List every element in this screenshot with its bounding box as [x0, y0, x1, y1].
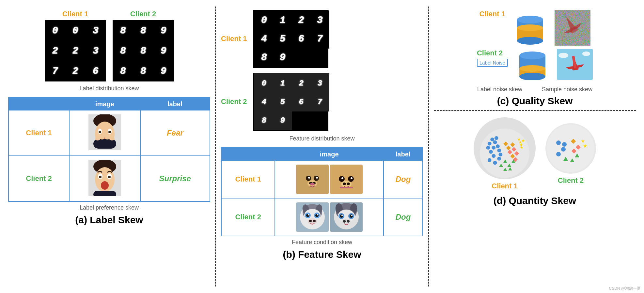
noisy-airplane-icon [555, 10, 590, 46]
quality-client2-row: Client 2 Label Noise [434, 49, 636, 80]
face-fear-icon [88, 114, 121, 150]
quantity-skew-title: (d) Quantity Skew [494, 195, 576, 206]
svg-point-105 [492, 154, 495, 158]
panel-a-row1-client-label: Client 1 [26, 129, 52, 137]
dog-husky2-icon [330, 202, 363, 232]
svg-point-6 [108, 131, 111, 133]
airplane-clear-icon [557, 49, 593, 80]
panel-a-col0-header [8, 97, 69, 110]
digit-cell: 0 [254, 73, 274, 93]
digit-cell: 1 [273, 73, 292, 93]
table-row: Client 2 [8, 156, 210, 201]
digit-cell: 9 [154, 61, 173, 81]
digit-cell: 1 [273, 10, 292, 30]
main-container: Client 1 0 0 3 2 2 3 7 2 6 Client 2 8 8 [0, 0, 644, 293]
svg-point-103 [493, 140, 497, 144]
quantity-client1-group: ★ ★ ★ ★ ★ Client 1 [474, 117, 536, 190]
digit-cell: 7 [310, 29, 329, 49]
panel-a-row2-label: Surprise [140, 156, 210, 201]
digit-cell: 9 [154, 21, 173, 40]
panel-b-row2-client-label: Client 2 [235, 213, 261, 221]
quality-captions: Label noise skew Sample noise skew [434, 84, 636, 93]
svg-point-60 [313, 220, 316, 222]
digit-cell: 3 [310, 73, 329, 93]
svg-point-59 [309, 220, 312, 222]
svg-point-28 [308, 177, 310, 179]
svg-point-112 [490, 138, 494, 141]
digit-cell: 3 [86, 41, 105, 61]
quantity-scatter-large-icon: ★ ★ ★ ★ ★ [479, 122, 531, 179]
digit-cell: 3 [310, 10, 329, 30]
svg-point-4 [99, 131, 101, 133]
svg-point-42 [341, 181, 352, 187]
panel-b-client2-grid: 0 1 2 3 4 5 6 7 8 9 [253, 73, 328, 131]
svg-point-111 [495, 136, 498, 140]
label-noise-skew-caption: Label noise skew [477, 86, 522, 93]
svg-point-74 [343, 220, 346, 223]
panel-b-client1-row: Client 1 0 1 2 3 4 5 6 7 8 9 [221, 10, 328, 68]
sample-noise-skew-caption: Sample noise skew [542, 86, 592, 93]
svg-point-19 [108, 176, 111, 178]
svg-point-110 [497, 149, 501, 153]
quantity-client2-group: ★ ★ Client 2 [545, 123, 596, 185]
panel-a-row2-label-text: Surprise [159, 174, 191, 183]
svg-point-137 [562, 142, 567, 147]
quantity-client2-label: Client 2 [558, 176, 584, 185]
svg-point-10 [100, 136, 105, 139]
svg-point-78 [517, 16, 543, 23]
svg-point-108 [497, 157, 501, 161]
panel-c: Client 1 [429, 7, 641, 286]
panel-a-col1-header: image [69, 97, 140, 110]
panel-b-bottom-caption: Feature condition skew [292, 239, 352, 246]
panel-a-top-caption: Label distribution skew [79, 85, 139, 92]
panel-b-row2-label-text: Dog [396, 212, 411, 221]
svg-point-102 [489, 150, 493, 154]
svg-rect-21 [93, 191, 116, 196]
svg-point-33 [310, 183, 315, 185]
digit-cell: 8 [254, 110, 274, 130]
digit-cell: 2 [291, 73, 311, 93]
digit-cell: 2 [291, 10, 311, 30]
panel-b-col2-header: label [384, 148, 423, 161]
cylinder-full-icon [512, 10, 548, 46]
digit-cell: 8 [134, 41, 153, 61]
airplane-image [557, 49, 593, 80]
digit-cell: 6 [291, 92, 311, 111]
svg-point-20 [101, 181, 109, 190]
panel-b-row1-image [275, 161, 384, 198]
panel-a-client1-label: Client 1 [62, 10, 88, 18]
panel-a-bottom-caption: Label preference skew [80, 204, 139, 211]
svg-point-136 [556, 152, 561, 156]
svg-point-133 [547, 125, 594, 172]
dog-husky-icon [296, 202, 329, 232]
quality-client1-row: Client 1 [434, 10, 636, 46]
panel-a-client2-group: Client 2 8 8 9 8 8 9 8 8 9 [113, 10, 174, 81]
digit-cell: 4 [254, 29, 274, 49]
digit-cell: 4 [254, 92, 274, 111]
panel-a-client1-grid: 0 0 3 2 2 3 7 2 6 [45, 20, 106, 81]
svg-point-101 [492, 146, 495, 150]
digit-cell: 5 [273, 92, 292, 111]
dog-shiba2-icon [330, 165, 363, 194]
digit-cell: 3 [86, 21, 105, 40]
digit-cell: 9 [154, 41, 173, 61]
svg-point-100 [488, 142, 492, 146]
digit-cell: 6 [86, 61, 105, 81]
panel-b-row2-client: Client 2 [221, 198, 275, 236]
quantity-circle-small: ★ ★ [545, 123, 596, 174]
svg-point-135 [561, 147, 566, 152]
svg-point-75 [347, 220, 350, 223]
panel-a-client2-label: Client 2 [130, 10, 156, 18]
panel-a-col2-header: label [140, 97, 210, 110]
table-row: Client 1 [221, 161, 423, 198]
digit-cell: 2 [66, 41, 85, 61]
digit-cell: 8 [254, 48, 274, 67]
digit-cell: 0 [45, 21, 65, 40]
svg-point-89 [519, 51, 545, 59]
svg-point-12 [109, 137, 115, 140]
panel-a-row1-label: Fear [140, 110, 210, 156]
svg-point-113 [486, 146, 490, 150]
panel-b-row2-label: Dog [384, 198, 423, 236]
panel-a-row2-image [69, 156, 140, 201]
digit-cell: 2 [45, 41, 65, 61]
